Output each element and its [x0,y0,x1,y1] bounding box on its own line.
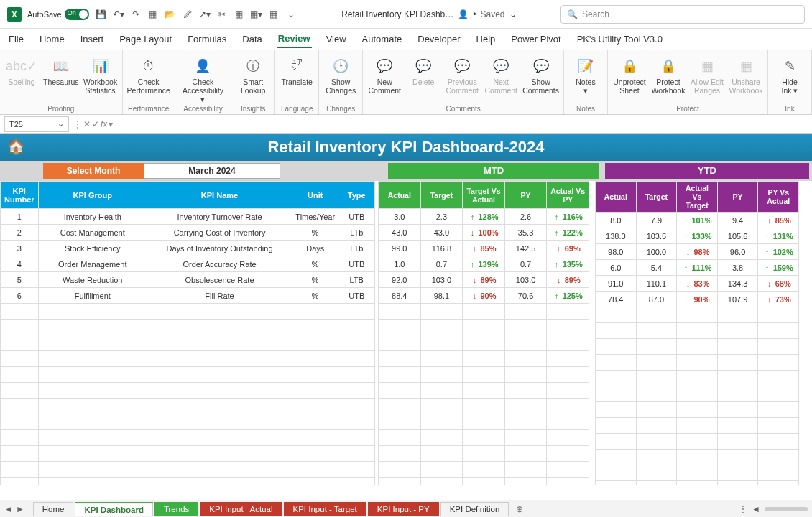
table-row[interactable]: 6FulfillmentFill Rate%UTB [1,288,375,304]
cell[interactable]: 5 [1,272,39,288]
add-sheet-button[interactable]: ⊕ [510,504,529,514]
cell[interactable]: Obsolescence Rate [147,272,292,288]
ribbon-protect-button[interactable]: 🔒ProtectWorkbook [651,53,686,95]
scroll-left-icon[interactable]: ◄ [752,504,760,514]
table-row[interactable]: 1.00.7↑ 139%0.7↑ 135% [379,256,589,272]
table-row[interactable]: 2Cost ManagementCarrying Cost of Invento… [1,225,375,241]
undo-icon[interactable]: ↶▾ [112,8,125,21]
empty-row[interactable] [1,367,375,383]
scroll-track[interactable] [765,507,808,511]
cell[interactable]: UTB [338,256,375,272]
empty-row[interactable] [596,418,799,434]
sheet-tab-trends[interactable]: Trends [154,502,198,516]
empty-row[interactable] [379,351,589,367]
home-icon[interactable]: 🏠 [7,138,25,155]
cell[interactable]: 3 [1,241,39,256]
fx-icon[interactable]: fx [101,119,107,129]
empty-row[interactable] [379,320,589,335]
empty-row[interactable] [1,304,375,320]
cell[interactable]: Days of Inventory Outstanding [147,241,292,256]
tab-power-pivot[interactable]: Power Pivot [509,31,562,47]
chevron-down-icon[interactable]: ⌄ [57,119,64,129]
ribbon-thesaurus-button[interactable]: 📖Thesaurus [43,53,79,86]
autosave-toggle[interactable]: AutoSave [27,9,89,20]
table-row[interactable]: 43.043.0↓ 100%35.3↑ 122% [379,225,589,241]
cell[interactable]: Times/Year [292,209,338,225]
empty-row[interactable] [379,335,589,351]
empty-row[interactable] [1,430,375,446]
cell[interactable]: Stock Efficiency [38,241,147,256]
table-row[interactable]: 1Inventory HealthInventory Turnover Rate… [1,209,375,225]
tab-automate[interactable]: Automate [361,31,404,47]
cell[interactable]: % [292,225,338,241]
next-sheet-icon[interactable]: ► [16,504,24,514]
grid-icon[interactable]: ▦ [147,8,160,21]
options-icon[interactable]: ⋮ [739,504,747,514]
table-row[interactable]: 3Stock EfficiencyDays of Inventory Outst… [1,241,375,256]
more-icon[interactable]: ⌄ [285,8,297,21]
tab-developer[interactable]: Developer [416,31,461,47]
empty-row[interactable] [1,462,375,478]
cell[interactable]: Carrying Cost of Inventory [147,225,292,241]
cell[interactable]: % [292,272,338,288]
table-row[interactable]: 98.0100.0↓ 98%96.0↑ 102% [596,244,799,260]
cell[interactable]: Waste Reduction [38,272,147,288]
enter-icon[interactable]: ✓ [92,119,99,129]
cell[interactable]: % [292,288,338,304]
empty-row[interactable] [596,371,799,386]
search-input[interactable]: 🔍 Search [560,5,805,24]
cell[interactable]: Cost Management [38,225,147,241]
empty-row[interactable] [379,367,589,383]
pivot-icon[interactable]: ▦ [267,8,280,21]
table-row[interactable]: 78.487.0↓ 90%107.9↓ 73% [596,292,799,307]
ribbon-check-button[interactable]: 👤CheckAccessibility ▾ [180,53,227,103]
table2-icon[interactable]: ▦▾ [250,8,263,21]
cell[interactable]: Inventory Turnover Rate [147,209,292,225]
tab-page-layout[interactable]: Page Layout [118,31,173,47]
empty-row[interactable] [379,430,589,446]
filter-icon[interactable]: 🖉 [181,8,194,21]
sheet-tab-kpi-input-target[interactable]: KPI Input - Target [284,502,366,516]
cut-icon[interactable]: ✂ [216,8,229,21]
ribbon-new-button[interactable]: 💬NewComment [367,53,402,95]
table-row[interactable]: 92.0103.0↓ 89%103.0↓ 89% [379,272,589,288]
table-row[interactable]: 138.0103.5↑ 133%105.6↑ 131% [596,228,799,244]
ribbon-hide-button[interactable]: ✎HideInk ▾ [772,53,807,95]
cell[interactable]: LTB [338,272,375,288]
cell[interactable]: Order Accuracy Rate [147,256,292,272]
cell[interactable]: 2 [1,225,39,241]
table-icon[interactable]: ▦ [233,8,246,21]
table-row[interactable]: 4Order ManagementOrder Accuracy Rate%UTB [1,256,375,272]
cell[interactable]: Fill Rate [147,288,292,304]
empty-row[interactable] [1,478,375,486]
month-selector[interactable]: March 2024 [144,163,280,179]
empty-row[interactable] [596,323,799,339]
empty-row[interactable] [1,383,375,399]
empty-row[interactable] [379,478,589,486]
empty-row[interactable] [379,304,589,320]
cell[interactable]: % [292,256,338,272]
ribbon-smart-button[interactable]: ⓘSmartLookup [236,53,270,95]
empty-row[interactable] [1,414,375,430]
empty-row[interactable] [596,481,799,486]
table-row[interactable]: 6.05.4↑ 111%3.8↑ 159% [596,260,799,276]
folder-icon[interactable]: 📂 [164,8,177,21]
ribbon-check-button[interactable]: ⏱CheckPerformance [127,53,170,95]
cell[interactable]: Inventory Health [38,209,147,225]
cell[interactable]: UTB [338,288,375,304]
cell[interactable]: Order Management [38,256,147,272]
empty-row[interactable] [379,414,589,430]
tab-home[interactable]: Home [38,31,66,47]
save-icon[interactable]: 💾 [95,8,108,21]
empty-row[interactable] [596,355,799,371]
ribbon-show-button[interactable]: 🕑ShowChanges [323,53,358,95]
empty-row[interactable] [596,386,799,402]
empty-row[interactable] [379,462,589,478]
tab-insert[interactable]: Insert [79,31,106,47]
table-row[interactable]: 3.02.3↑ 128%2.6↑ 116% [379,209,589,225]
sheet-tab-kpi-dashboard[interactable]: KPI Dashboard [75,502,152,516]
table-row[interactable]: 99.0116.8↓ 85%142.5↓ 69% [379,241,589,256]
tab-file[interactable]: File [7,31,25,47]
empty-row[interactable] [596,434,799,450]
empty-row[interactable] [379,446,589,462]
